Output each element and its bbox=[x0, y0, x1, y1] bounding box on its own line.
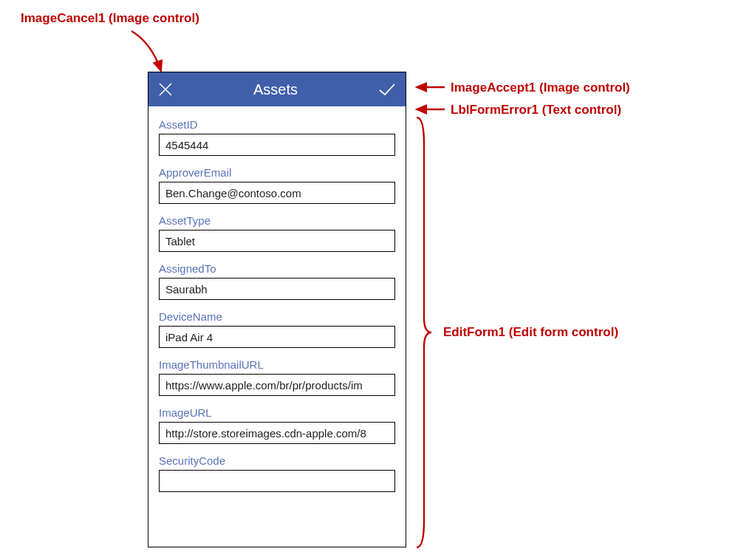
imageurl-field[interactable] bbox=[159, 422, 395, 444]
app-screen: Assets AssetID ApproverEmail AssetType A… bbox=[148, 72, 406, 547]
field-label: ImageThumbnailURL bbox=[159, 358, 395, 371]
datacard-devicename: DeviceName bbox=[159, 310, 395, 348]
datacard-securitycode: SecurityCode bbox=[159, 454, 395, 492]
datacard-imageurl: ImageURL bbox=[159, 406, 395, 444]
datacard-approveremail: ApproverEmail bbox=[159, 166, 395, 204]
assetid-field[interactable] bbox=[159, 134, 395, 156]
field-label: AssignedTo bbox=[159, 262, 395, 275]
field-label: ApproverEmail bbox=[159, 166, 395, 179]
cancel-icon[interactable] bbox=[157, 81, 174, 98]
datacard-assetid: AssetID bbox=[159, 118, 395, 156]
callout-error: LblFormError1 (Text control) bbox=[451, 103, 621, 117]
field-label: AssetID bbox=[159, 118, 395, 131]
field-label: ImageURL bbox=[159, 406, 395, 419]
arrow-to-cancel bbox=[126, 28, 170, 77]
assignedto-field[interactable] bbox=[159, 278, 395, 300]
datacard-assettype: AssetType bbox=[159, 214, 395, 252]
imagethumbnailurl-field[interactable] bbox=[159, 374, 395, 396]
assettype-field[interactable] bbox=[159, 230, 395, 252]
field-label: SecurityCode bbox=[159, 454, 395, 467]
datacard-assignedto: AssignedTo bbox=[159, 262, 395, 300]
field-label: AssetType bbox=[159, 214, 395, 227]
field-label: DeviceName bbox=[159, 310, 395, 323]
callout-accept: ImageAccept1 (Image control) bbox=[451, 81, 630, 95]
datacard-imagethumbnailurl: ImageThumbnailURL bbox=[159, 358, 395, 396]
approveremail-field[interactable] bbox=[159, 182, 395, 204]
callout-form: EditForm1 (Edit form control) bbox=[443, 325, 618, 340]
devicename-field[interactable] bbox=[159, 326, 395, 348]
curly-brace bbox=[412, 115, 434, 550]
callout-cancel: ImageCancel1 (Image control) bbox=[21, 11, 199, 26]
arrow-to-accept bbox=[412, 80, 448, 95]
securitycode-field[interactable] bbox=[159, 470, 395, 492]
edit-form: AssetID ApproverEmail AssetType Assigned… bbox=[148, 111, 406, 547]
accept-icon[interactable] bbox=[377, 81, 397, 98]
title-bar: Assets bbox=[148, 72, 406, 106]
page-title: Assets bbox=[253, 81, 298, 98]
